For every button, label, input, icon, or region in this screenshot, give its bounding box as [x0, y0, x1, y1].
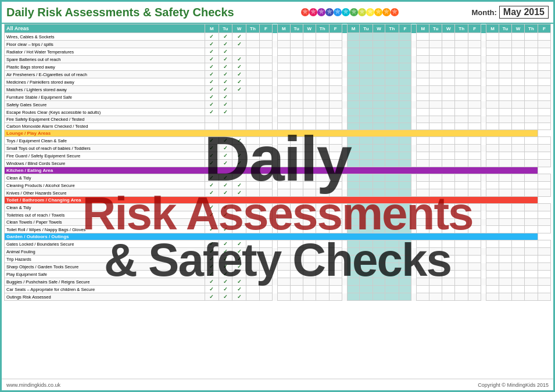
check-cell-empty[interactable] [385, 219, 399, 226]
check-cell-empty[interactable] [290, 123, 303, 130]
check-cell-empty[interactable] [512, 145, 525, 152]
check-cell-empty[interactable] [524, 63, 538, 71]
check-cell-empty[interactable] [290, 182, 303, 189]
check-cell-empty[interactable] [417, 109, 429, 116]
check-cell-empty[interactable] [347, 211, 360, 219]
check-cell-empty[interactable] [360, 152, 373, 160]
check-cell-empty[interactable] [329, 248, 342, 256]
check-cell-empty[interactable] [524, 78, 538, 86]
check-cell-empty[interactable] [499, 116, 511, 123]
check-cell-empty[interactable] [385, 63, 399, 71]
check-cell[interactable] [260, 101, 273, 109]
check-cell[interactable] [246, 116, 259, 123]
check-cell-empty[interactable] [385, 263, 399, 271]
check-cell-empty[interactable] [486, 189, 499, 197]
check-cell-empty[interactable] [442, 93, 455, 101]
check-cell-empty[interactable] [455, 116, 468, 123]
check-cell-empty[interactable] [417, 137, 429, 145]
check-cell[interactable] [260, 263, 273, 271]
check-cell-empty[interactable] [429, 152, 442, 160]
check-cell-empty[interactable] [455, 48, 468, 56]
check-cell-empty[interactable] [512, 56, 525, 63]
check-cell[interactable] [246, 93, 259, 101]
check-cell-empty[interactable] [360, 278, 373, 286]
check-cell-empty[interactable] [277, 174, 290, 182]
check-cell-empty[interactable] [538, 248, 551, 256]
check-cell[interactable] [260, 160, 273, 167]
check-cell[interactable] [260, 174, 273, 182]
check-cell-empty[interactable] [373, 240, 385, 248]
check-cell-empty[interactable] [455, 248, 468, 256]
check-cell-empty[interactable] [360, 174, 373, 182]
check-cell-empty[interactable] [277, 189, 290, 197]
check-cell-empty[interactable] [468, 93, 481, 101]
check-cell-empty[interactable] [399, 204, 411, 211]
check-cell-empty[interactable] [373, 182, 385, 189]
check-cell-empty[interactable] [329, 86, 342, 93]
check-cell-empty[interactable] [524, 226, 538, 233]
check-cell-empty[interactable] [360, 71, 373, 78]
check-cell-empty[interactable] [290, 63, 303, 71]
check-cell-empty[interactable] [538, 145, 551, 152]
check-cell-empty[interactable] [329, 219, 342, 226]
check-cell-empty[interactable] [417, 93, 429, 101]
check-cell[interactable]: ✓ [219, 278, 232, 286]
check-cell-empty[interactable] [468, 211, 481, 219]
check-cell-empty[interactable] [399, 226, 411, 233]
check-cell[interactable] [246, 226, 259, 233]
check-cell[interactable] [260, 286, 273, 293]
check-cell-empty[interactable] [442, 278, 455, 286]
check-cell-empty[interactable] [417, 160, 429, 167]
check-cell[interactable] [260, 48, 273, 56]
check-cell[interactable] [246, 286, 259, 293]
check-cell-empty[interactable] [429, 109, 442, 116]
check-cell-empty[interactable] [399, 93, 411, 101]
check-cell[interactable]: ✓ [232, 71, 246, 78]
check-cell-empty[interactable] [303, 182, 316, 189]
check-cell-empty[interactable] [524, 56, 538, 63]
check-cell-empty[interactable] [538, 101, 551, 109]
check-cell-empty[interactable] [385, 123, 399, 130]
check-cell-empty[interactable] [329, 226, 342, 233]
check-cell[interactable]: ✓ [205, 256, 219, 263]
check-cell-empty[interactable] [316, 219, 329, 226]
check-cell-empty[interactable] [468, 182, 481, 189]
check-cell-empty[interactable] [524, 86, 538, 93]
check-cell-empty[interactable] [538, 48, 551, 56]
check-cell[interactable] [260, 271, 273, 278]
check-cell-empty[interactable] [385, 56, 399, 63]
check-cell-empty[interactable] [499, 174, 511, 182]
check-cell-empty[interactable] [417, 86, 429, 93]
check-cell-empty[interactable] [442, 182, 455, 189]
check-cell-empty[interactable] [316, 211, 329, 219]
check-cell-empty[interactable] [303, 211, 316, 219]
check-cell-empty[interactable] [399, 240, 411, 248]
check-cell-empty[interactable] [468, 256, 481, 263]
check-cell-empty[interactable] [417, 56, 429, 63]
check-cell-empty[interactable] [499, 56, 511, 63]
check-cell-empty[interactable] [417, 145, 429, 152]
check-cell-empty[interactable] [316, 123, 329, 130]
check-cell-empty[interactable] [455, 109, 468, 116]
check-cell-empty[interactable] [399, 152, 411, 160]
check-cell[interactable]: ✓ [205, 271, 219, 278]
check-cell[interactable]: ✓ [232, 41, 246, 48]
check-cell-empty[interactable] [455, 137, 468, 145]
check-cell-empty[interactable] [524, 152, 538, 160]
check-cell[interactable] [219, 116, 232, 123]
check-cell-empty[interactable] [277, 160, 290, 167]
check-cell-empty[interactable] [329, 145, 342, 152]
check-cell-empty[interactable] [373, 33, 385, 41]
check-cell[interactable] [246, 101, 259, 109]
check-cell-empty[interactable] [468, 248, 481, 256]
check-cell-empty[interactable] [486, 101, 499, 109]
check-cell-empty[interactable] [417, 293, 429, 301]
check-cell-empty[interactable] [468, 78, 481, 86]
check-cell-empty[interactable] [429, 123, 442, 130]
check-cell-empty[interactable] [468, 145, 481, 152]
check-cell-empty[interactable] [316, 86, 329, 93]
check-cell-empty[interactable] [455, 278, 468, 286]
check-cell-empty[interactable] [538, 123, 551, 130]
check-cell-empty[interactable] [399, 123, 411, 130]
check-cell-empty[interactable] [277, 63, 290, 71]
